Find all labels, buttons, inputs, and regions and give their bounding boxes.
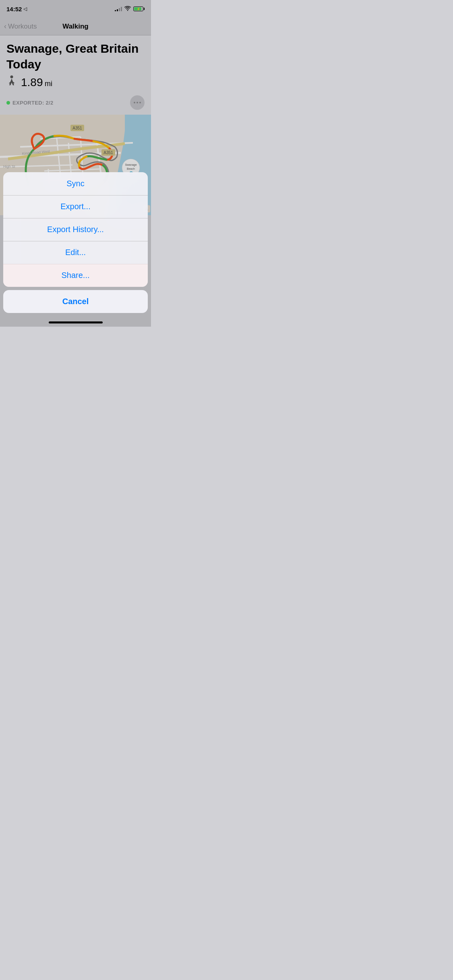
export-button[interactable]: Export... xyxy=(3,195,148,218)
home-indicator xyxy=(49,321,103,323)
export-history-button[interactable]: Export History... xyxy=(3,218,148,241)
sync-button[interactable]: Sync xyxy=(3,172,148,195)
action-sheet: Sync Export... Export History... Edit...… xyxy=(0,172,151,327)
action-sheet-main: Sync Export... Export History... Edit...… xyxy=(3,172,148,287)
cancel-button[interactable]: Cancel xyxy=(3,290,148,313)
edit-button[interactable]: Edit... xyxy=(3,241,148,264)
share-button[interactable]: Share... xyxy=(3,264,148,287)
